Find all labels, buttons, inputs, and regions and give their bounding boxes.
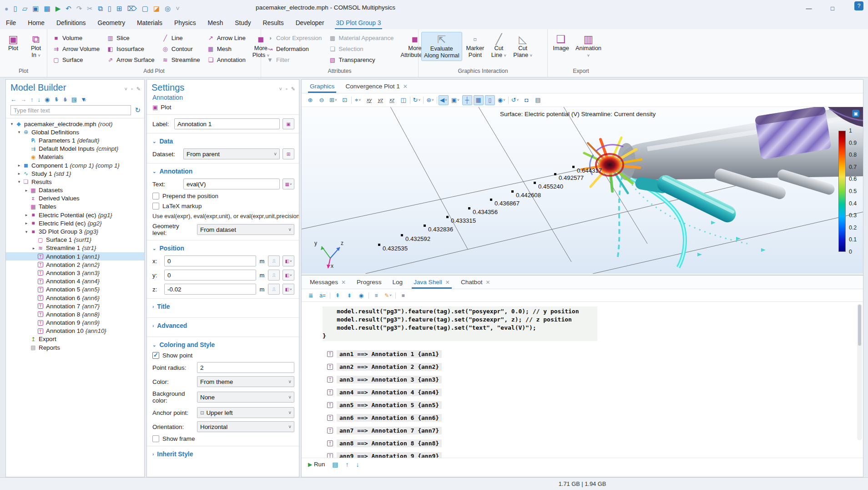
tree-streamline-1[interactable]: ▸ ≋ Streamline 1 {str1} <box>6 244 144 252</box>
mb-expand-all[interactable]: ⇞˅ <box>54 96 58 103</box>
delete-icon[interactable]: ⌦ <box>127 5 137 13</box>
position-x-input[interactable] <box>164 255 256 266</box>
menu-geometry[interactable]: Geometry <box>91 18 131 28</box>
expander-icon[interactable]: ▾ <box>9 122 15 126</box>
panel-header-icon[interactable]: ˅ <box>124 86 127 92</box>
shell-expand-icon[interactable]: ⇞ <box>333 291 342 300</box>
menu-study[interactable]: Study <box>229 18 257 28</box>
mb-forward[interactable]: → <box>20 96 26 103</box>
expander-icon[interactable]: ▸ <box>16 171 22 176</box>
tree-tables[interactable]: ▦ Tables <box>6 203 144 211</box>
menu-physics[interactable]: Physics <box>168 18 202 28</box>
tree-reports[interactable]: ▤ Reports <box>6 343 144 352</box>
tree-annotation-6[interactable]: T Annotation 6 {ann6} <box>6 294 144 302</box>
section-annotation[interactable]: ⌄Annotation <box>147 167 299 179</box>
rename-button[interactable]: ▣ <box>283 118 294 129</box>
plot-button[interactable]: ▣ Plot <box>152 104 299 111</box>
menu-definitions[interactable]: Definitions <box>50 18 91 28</box>
range-button[interactable]: ⎍ <box>268 270 280 281</box>
shell-collapse-icon[interactable]: ⇟ <box>345 291 354 300</box>
shell-stop-icon[interactable]: ■ <box>399 291 408 300</box>
tree-annotation-3[interactable]: T Annotation 3 {ann3} <box>6 269 144 277</box>
menu-materials[interactable]: Materials <box>131 18 168 28</box>
tree-annotation-7[interactable]: T Annotation 7 {ann7} <box>6 302 144 310</box>
mb-move-down[interactable]: ↓ <box>38 96 41 103</box>
previous-command-icon[interactable]: ↑ <box>346 461 349 468</box>
section-inherit-style[interactable]: ›Inherit Style <box>147 450 299 461</box>
ribbon-isosurface[interactable]: ◧Isosurface <box>104 44 157 54</box>
ribbon-evaluate-along-normal[interactable]: ⇱ Evaluate Along Normal <box>421 32 462 61</box>
shell-history-icon[interactable]: ≣ <box>306 291 315 300</box>
tree-default-model-inputs[interactable]: ⇉ Default Model Inputs {cminpt} <box>6 145 144 153</box>
tree-parameters-1[interactable]: Pᵢ Parameters 1 {default} <box>6 136 144 144</box>
run-icon[interactable]: ▶ <box>56 5 61 13</box>
redo-icon[interactable]: ↷ <box>76 5 82 13</box>
menu-developer[interactable]: Developer <box>290 18 330 28</box>
default-view-icon[interactable]: ⌖˅ <box>353 95 363 105</box>
ribbon-transparency[interactable]: ▧Transparency <box>326 55 396 65</box>
camera-view-icon[interactable]: ◫ <box>399 95 409 105</box>
color-select[interactable]: From theme˅ <box>197 376 294 387</box>
show-grid-icon[interactable]: ▦ <box>474 95 484 105</box>
help-icon[interactable]: ? <box>854 1 863 10</box>
ribbon-slice[interactable]: ▥Slice <box>104 33 157 43</box>
latex-markup-checkbox[interactable] <box>152 203 159 209</box>
section-position[interactable]: ⌄Position <box>147 244 299 255</box>
tab-graphics[interactable]: Graphics <box>305 81 339 93</box>
expander-icon[interactable]: ▸ <box>23 188 30 193</box>
ribbon-cut-plane[interactable]: ◺ Cut Plane ˅ <box>511 32 535 61</box>
graphics-toolbar-icon[interactable] <box>437 97 437 104</box>
scene-light-icon[interactable]: ◀˅ <box>439 95 449 105</box>
graphics-toolbar-icon[interactable] <box>423 97 424 104</box>
shell-lines-icon[interactable]: ≡ <box>372 291 381 300</box>
ribbon-selection[interactable]: ❏Selection <box>326 44 396 54</box>
panel-header-icon[interactable]: ˅ <box>279 86 282 92</box>
tree-materials[interactable]: ◉ Materials <box>6 153 144 161</box>
panel-header-icon[interactable]: ▫ <box>286 86 288 92</box>
annotation-label-input[interactable] <box>174 118 280 129</box>
run-button[interactable]: ▶ Run <box>308 461 325 468</box>
tab-chatbot[interactable]: Chatbot✕ <box>456 276 495 289</box>
next-command-icon[interactable]: ↓ <box>356 461 359 468</box>
ribbon-streamline[interactable]: ≋Streamline <box>159 55 203 65</box>
refresh-icon[interactable]: ↻ <box>135 106 141 114</box>
tree-annotation-8[interactable]: T Annotation 8 {ann8} <box>6 310 144 318</box>
tree-3d-plot-group-3[interactable]: ▾ ■ 3D Plot Group 3 {pg3} <box>6 227 144 235</box>
print-icon[interactable]: ▤ <box>533 95 543 105</box>
background-color-select[interactable]: None˅ <box>197 392 294 403</box>
menu-home[interactable]: Home <box>22 18 50 28</box>
find-icon[interactable]: ◎ <box>165 5 171 13</box>
shell-toolbar-icon[interactable] <box>395 292 396 299</box>
zoom-out-icon[interactable]: ⊖ <box>317 95 327 105</box>
section-coloring-and-style[interactable]: ⌄Coloring and Style <box>147 341 299 352</box>
section-title[interactable]: ›Title <box>147 302 299 314</box>
expander-icon[interactable]: ▾ <box>23 230 30 234</box>
mb-filter[interactable]: ▼˅ <box>81 96 86 103</box>
ribbon-annotation[interactable]: ❏Annotation <box>205 55 248 65</box>
range-button[interactable]: ⎍ <box>268 284 280 295</box>
view-xy-icon[interactable]: xy <box>364 95 374 105</box>
shell-clear-icon[interactable]: ✎˅ <box>384 291 393 300</box>
show-point-checkbox[interactable] <box>152 352 159 359</box>
shell-show-icon[interactable]: ◉ <box>357 291 366 300</box>
tab-messages[interactable]: Messages✕ <box>305 276 350 289</box>
dataset-extra-button[interactable]: ⊞ <box>283 148 294 159</box>
mb-move-up[interactable]: ↑ <box>30 96 34 103</box>
graphics-canvas[interactable]: Surface: Electric potential (V) Streamli… <box>302 107 863 274</box>
panel-header-icon[interactable]: ▫ <box>131 86 133 92</box>
ribbon-volume[interactable]: ■Volume <box>50 33 102 43</box>
close-icon[interactable]: ✕ <box>341 279 346 286</box>
shell-toolbar-icon[interactable] <box>330 292 330 299</box>
view-xz-icon[interactable]: xz <box>387 95 397 105</box>
tab-progress[interactable]: Progress <box>352 276 386 289</box>
point-radius-input[interactable] <box>197 362 294 373</box>
shell-console-icon[interactable]: ▤ <box>332 461 338 468</box>
tree-annotation-5[interactable]: T Annotation 5 {ann5} <box>6 286 144 294</box>
panel-header-icon[interactable]: ✎ <box>291 86 295 92</box>
mb-show[interactable]: ◉ <box>45 96 50 103</box>
close-icon[interactable]: ✕ <box>486 279 490 286</box>
ribbon-arrow-line[interactable]: ↗Arrow Line <box>205 33 248 43</box>
tree-surface-1[interactable]: ▢ Surface 1 {surf1} <box>6 236 144 244</box>
expander-icon[interactable]: ▸ <box>30 246 37 250</box>
close-icon[interactable]: ✕ <box>445 279 450 286</box>
